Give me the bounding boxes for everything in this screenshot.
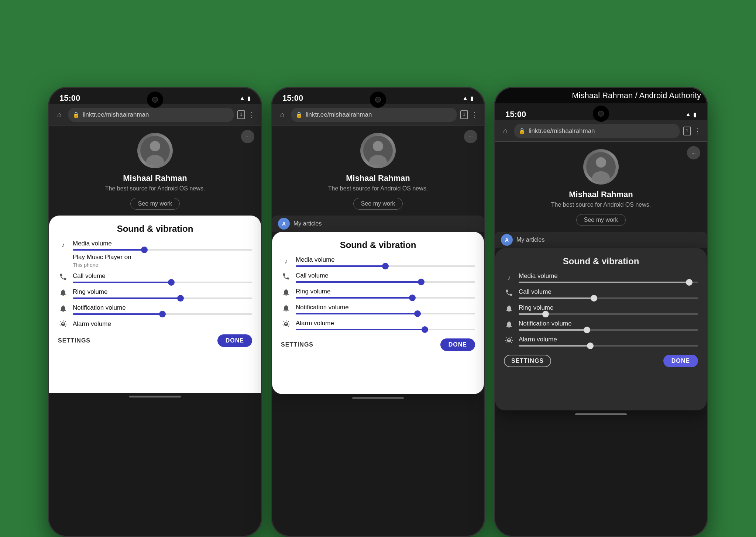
browser-actions-2: 1 ⋮	[460, 110, 479, 119]
my-articles-circle-3: A	[501, 234, 513, 246]
ring-vol-content-2: Ring volume	[296, 288, 475, 299]
more-icon-2[interactable]: ⋮	[471, 110, 479, 119]
notif-slider-3[interactable]	[519, 329, 698, 331]
ring-slider-1[interactable]	[73, 297, 252, 299]
media-vol-label-2: Media volume	[296, 256, 475, 264]
ring-icon-1	[58, 289, 68, 299]
call-slider-fill-3	[519, 297, 594, 299]
call-slider-fill-2	[296, 281, 421, 283]
camera-dot-1	[152, 97, 158, 103]
media-slider-2[interactable]	[296, 265, 475, 267]
see-work-btn-3[interactable]: See my work	[576, 214, 626, 226]
ring-slider-thumb-1[interactable]	[177, 295, 184, 302]
ring-slider-thumb-3[interactable]	[542, 311, 549, 317]
notif-slider-thumb-3[interactable]	[584, 327, 590, 333]
done-btn-1[interactable]: DONE	[217, 334, 252, 347]
settings-btn-1[interactable]: SETTINGS	[58, 337, 90, 344]
url-text-1: linktr.ee/mishaalrahman	[83, 111, 149, 118]
media-slider-thumb-2[interactable]	[382, 263, 389, 269]
tab-icon-2[interactable]: 1	[460, 110, 468, 119]
ring-volume-row-2: Ring volume	[281, 288, 475, 299]
more-btn-3[interactable]: ···	[687, 146, 700, 159]
call-slider-thumb-1[interactable]	[168, 279, 175, 286]
alarm-slider-2[interactable]	[296, 329, 475, 330]
alarm-vol-content-1: Alarm volume	[73, 320, 252, 330]
home-icon-1[interactable]: ⌂	[54, 110, 65, 119]
avatar-3	[583, 149, 619, 185]
more-icon-3[interactable]: ⋮	[694, 127, 702, 135]
notif-slider-thumb-2[interactable]	[414, 310, 421, 317]
url-bar-2[interactable]: 🔒 linktr.ee/mishaalrahman	[291, 108, 457, 122]
home-icon-3[interactable]: ⌂	[500, 127, 511, 135]
see-work-btn-2[interactable]: See my work	[353, 198, 403, 210]
call-icon-2	[281, 272, 291, 282]
notif-icon-1	[58, 304, 68, 314]
call-vol-content-1: Call volume	[73, 272, 252, 283]
time-3: 15:00	[505, 110, 526, 119]
call-vol-label-3: Call volume	[519, 288, 698, 296]
see-work-btn-1[interactable]: See my work	[130, 198, 180, 210]
done-btn-3[interactable]: DONE	[663, 355, 698, 367]
notif-slider-thumb-1[interactable]	[159, 311, 166, 317]
settings-btn-2[interactable]: SETTINGS	[281, 341, 313, 348]
play-music-content-1: Play Music Player on This phone	[73, 254, 131, 268]
url-bar-3[interactable]: 🔒 linktr.ee/mishaalrahman	[514, 124, 680, 138]
settings-btn-3[interactable]: SETTINGS	[504, 355, 551, 367]
ring-slider-fill-2	[296, 297, 412, 299]
call-slider-thumb-2[interactable]	[418, 279, 425, 285]
media-slider-1[interactable]	[73, 249, 252, 251]
notif-volume-row-1: Notification volume	[58, 304, 252, 315]
lock-icon-1: 🔒	[73, 111, 80, 118]
browser-actions-3: 1 ⋮	[683, 127, 702, 135]
tab-icon-1[interactable]: 1	[237, 110, 245, 119]
call-icon-1	[58, 273, 68, 283]
alarm-slider-thumb-2[interactable]	[422, 326, 428, 333]
sound-panel-1: Sound & vibration ♪ Media volume	[49, 216, 261, 393]
alarm-volume-row-2: Alarm volume	[281, 320, 475, 330]
url-bar-1[interactable]: 🔒 linktr.ee/mishaalrahman	[68, 108, 234, 122]
media-icon-1: ♪	[58, 241, 68, 249]
notif-volume-row-3: Notification volume	[504, 320, 698, 331]
media-slider-thumb-3[interactable]	[686, 279, 693, 286]
panel-footer-2: SETTINGS DONE	[281, 335, 475, 351]
wifi-icon-3: ▲	[685, 111, 691, 118]
more-btn-2[interactable]: ···	[464, 130, 477, 143]
profile-desc-1: The best source for Android OS news.	[105, 185, 205, 192]
media-slider-fill-3	[519, 282, 689, 283]
alarm-icon-1	[58, 320, 68, 330]
phone1-wrapper: 15:00 ▲ ▮ ⌂ 🔒 linktr.ee/mishaalrahman 1 …	[48, 87, 262, 537]
ring-slider-fill-1	[73, 297, 181, 299]
done-btn-2[interactable]: DONE	[440, 338, 475, 351]
call-slider-2[interactable]	[296, 281, 475, 283]
more-icon-1[interactable]: ⋮	[248, 110, 256, 119]
phone2-wrapper: 15:00 ▲ ▮ ⌂ 🔒 linktr.ee/mishaalrahman 1 …	[271, 87, 485, 537]
camera-notch-2	[370, 92, 386, 108]
media-slider-3[interactable]	[519, 282, 698, 283]
alarm-slider-3[interactable]	[519, 345, 698, 347]
alarm-vol-content-2: Alarm volume	[296, 320, 475, 330]
media-slider-thumb-1[interactable]	[141, 247, 148, 253]
my-articles-text-3: My articles	[516, 237, 544, 243]
browser-actions-1: 1 ⋮	[237, 110, 256, 119]
wifi-icon-2: ▲	[462, 95, 468, 101]
panel-footer-1: SETTINGS DONE	[58, 331, 252, 347]
ring-slider-2[interactable]	[296, 297, 475, 299]
profile-desc-3: The best source for Android OS news.	[551, 202, 651, 208]
notif-icon-2	[281, 304, 291, 314]
more-btn-1[interactable]: ···	[241, 130, 254, 143]
notif-slider-1[interactable]	[73, 313, 252, 315]
alarm-slider-thumb-3[interactable]	[587, 342, 594, 349]
tab-icon-3[interactable]: 1	[683, 127, 691, 135]
call-slider-1[interactable]	[73, 282, 252, 283]
call-slider-3[interactable]	[519, 297, 698, 299]
call-slider-thumb-3[interactable]	[591, 295, 597, 302]
ring-slider-3[interactable]	[519, 313, 698, 315]
notif-slider-2[interactable]	[296, 313, 475, 314]
call-slider-fill-1	[73, 282, 171, 283]
web-content-2: ··· Mishaal Rahman The best source for A…	[272, 125, 484, 394]
ring-slider-thumb-2[interactable]	[409, 295, 416, 301]
notif-vol-label-1: Notification volume	[73, 304, 252, 311]
home-icon-2[interactable]: ⌂	[277, 110, 288, 119]
notif-volume-row-2: Notification volume	[281, 304, 475, 314]
media-icon-2: ♪	[281, 258, 291, 265]
